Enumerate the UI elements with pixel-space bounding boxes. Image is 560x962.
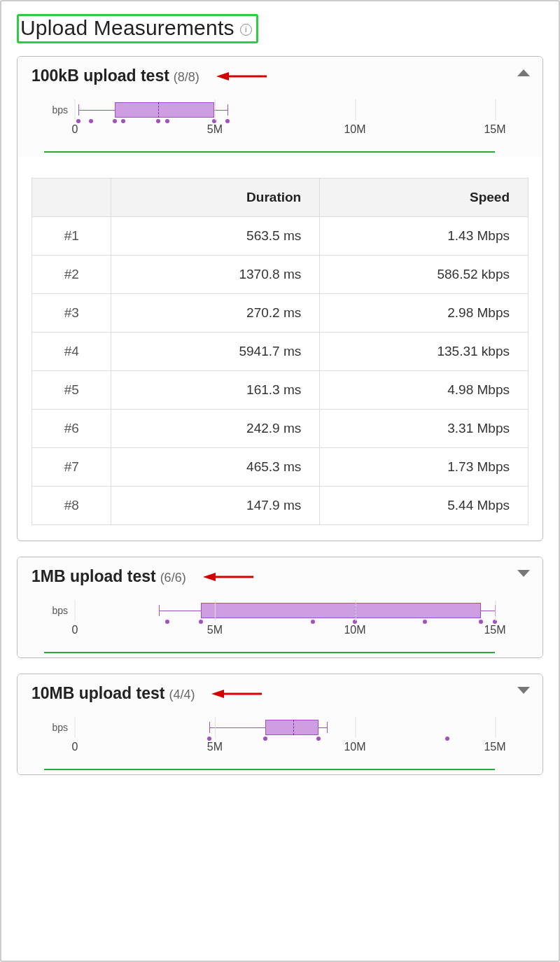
divider bbox=[44, 151, 495, 153]
chevron-up-icon[interactable] bbox=[517, 69, 530, 76]
panel-100kb: 100kB upload test (8/8) bps bbox=[17, 56, 543, 541]
axis-x: 0 5M 10M 15M bbox=[75, 741, 495, 760]
boxplot-track bbox=[75, 716, 495, 739]
table-row: #21370.8 ms586.52 kbps bbox=[32, 256, 528, 294]
upload-measurements-section: Upload Measurements i 100kB upload test … bbox=[0, 0, 560, 962]
table-row: #5161.3 ms4.98 Mbps bbox=[32, 371, 528, 410]
panel-10mb-boxplot: bps bbox=[31, 703, 507, 774]
axis-y-label: bps bbox=[44, 722, 68, 733]
panel-1mb: 1MB upload test (6/6) bps bbox=[17, 557, 543, 658]
table-row: #3270.2 ms2.98 Mbps bbox=[32, 294, 528, 333]
table-row: #6242.9 ms3.31 Mbps bbox=[32, 410, 528, 448]
panel-1mb-header[interactable]: 1MB upload test (6/6) bps bbox=[18, 557, 542, 657]
axis-tick: 5M bbox=[207, 123, 223, 136]
panel-10mb-header[interactable]: 10MB upload test (4/4) bps bbox=[18, 674, 542, 774]
axis-tick: 10M bbox=[344, 123, 365, 136]
axis-y-label: bps bbox=[44, 605, 68, 616]
panel-1mb-boxplot: bps bbox=[31, 586, 507, 657]
panel-100kb-count: (8/8) bbox=[174, 70, 200, 85]
axis-tick: 0 bbox=[72, 624, 78, 636]
section-title: Upload Measurements bbox=[20, 16, 234, 40]
col-duration: Duration bbox=[111, 179, 320, 217]
results-table: Duration Speed #1563.5 ms1.43 Mbps #2137… bbox=[31, 178, 528, 525]
axis-x: 0 5M 10M 15M bbox=[75, 624, 495, 643]
boxplot-track bbox=[75, 98, 495, 122]
panel-10mb-title: 10MB upload test bbox=[31, 684, 164, 703]
axis-tick: 0 bbox=[72, 741, 78, 753]
panel-10mb-count: (4/4) bbox=[169, 688, 195, 702]
annotation-arrow-icon bbox=[203, 571, 255, 583]
axis-tick: 0 bbox=[72, 123, 78, 136]
panel-100kb-body: Duration Speed #1563.5 ms1.43 Mbps #2137… bbox=[18, 157, 542, 541]
annotation-arrow-icon bbox=[211, 688, 263, 700]
table-row: #7465.3 ms1.73 Mbps bbox=[32, 448, 528, 487]
panel-100kb-boxplot: bps bbox=[31, 85, 507, 157]
axis-tick: 15M bbox=[484, 624, 505, 636]
chevron-down-icon[interactable] bbox=[517, 570, 530, 577]
axis-tick: 5M bbox=[207, 624, 223, 636]
svg-marker-5 bbox=[211, 690, 224, 698]
panel-100kb-header[interactable]: 100kB upload test (8/8) bps bbox=[18, 57, 542, 157]
boxplot-track bbox=[75, 599, 495, 622]
divider bbox=[44, 652, 495, 653]
svg-marker-1 bbox=[216, 72, 229, 81]
axis-x: 0 5M 10M 15M bbox=[75, 123, 495, 143]
axis-tick: 15M bbox=[484, 123, 505, 136]
axis-tick: 5M bbox=[207, 741, 223, 753]
panel-1mb-title: 1MB upload test bbox=[31, 567, 156, 586]
section-title-highlight: Upload Measurements i bbox=[17, 14, 258, 43]
panel-1mb-count: (6/6) bbox=[160, 571, 186, 585]
table-row: #8147.9 ms5.44 Mbps bbox=[32, 487, 528, 525]
table-row: #1563.5 ms1.43 Mbps bbox=[32, 217, 528, 256]
svg-marker-3 bbox=[203, 573, 216, 581]
axis-tick: 10M bbox=[344, 624, 365, 636]
axis-y-label: bps bbox=[44, 104, 68, 116]
chevron-down-icon[interactable] bbox=[517, 687, 530, 694]
panel-100kb-title: 100kB upload test bbox=[31, 67, 169, 85]
annotation-arrow-icon bbox=[216, 70, 268, 83]
info-icon[interactable]: i bbox=[240, 24, 252, 36]
col-index bbox=[32, 179, 111, 217]
table-row: #45941.7 ms135.31 kbps bbox=[32, 333, 528, 371]
divider bbox=[44, 769, 495, 770]
axis-tick: 15M bbox=[484, 741, 505, 753]
col-speed: Speed bbox=[320, 179, 528, 217]
axis-tick: 10M bbox=[344, 741, 365, 753]
panel-10mb: 10MB upload test (4/4) bps bbox=[17, 674, 543, 775]
